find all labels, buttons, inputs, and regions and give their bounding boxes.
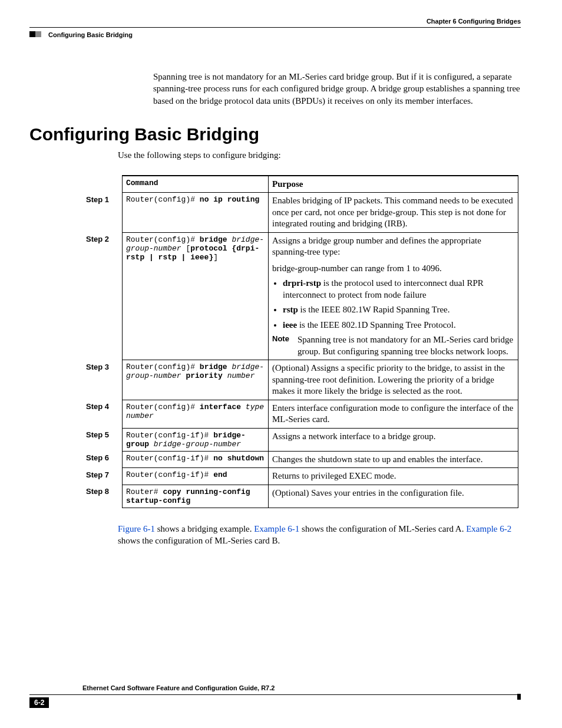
- command-cell: Router(config)# interface type number: [123, 400, 269, 428]
- purpose-cell: Changes the shutdown state to up and ena…: [269, 451, 518, 468]
- step-label: Step 6: [82, 451, 123, 468]
- intro-paragraph: Spanning tree is not mandatory for an ML…: [153, 71, 521, 107]
- step-label: Step 1: [82, 193, 123, 233]
- command-cell: Router(config-if)# end: [123, 468, 269, 485]
- purpose-cell: Returns to privileged EXEC mode.: [269, 468, 518, 485]
- header-ornament: [29, 31, 41, 37]
- header-rule: [29, 27, 521, 28]
- link-example-6-1[interactable]: Example 6-1: [254, 524, 299, 533]
- th-purpose: Purpose: [269, 176, 518, 193]
- table-row: Step 6 Router(config-if)# no shutdown Ch…: [82, 451, 518, 468]
- step-label: Step 4: [82, 400, 123, 428]
- command-cell: Router(config-if)# no shutdown: [123, 451, 269, 468]
- purpose-cell: (Optional) Assigns a specific priority t…: [269, 360, 518, 400]
- table-row: Step 8 Router# copy running-config start…: [82, 485, 518, 508]
- lead-paragraph: Use the following steps to configure bri…: [118, 150, 521, 160]
- command-cell: Router(config)# bridge bridge-group-numb…: [123, 232, 269, 360]
- command-table: Command Purpose Step 1 Router(config)# n…: [82, 175, 518, 508]
- note-text: Spanning tree is not mandatory for an ML…: [297, 334, 514, 357]
- th-command: Command: [123, 176, 269, 193]
- step-label: Step 2: [82, 232, 123, 360]
- table-row: Step 7 Router(config-if)# end Returns to…: [82, 468, 518, 485]
- purpose-cell: Assigns a network interface to a bridge …: [269, 428, 518, 451]
- step-label: Step 8: [82, 485, 123, 508]
- header-chapter: Chapter 6 Configuring Bridges: [427, 18, 521, 25]
- command-cell: Router(config)# bridge bridge-group-numb…: [123, 360, 269, 400]
- purpose-cell: Assigns a bridge group number and define…: [269, 232, 518, 360]
- footer-page-number: 6-2: [29, 697, 49, 708]
- step-label: Step 7: [82, 468, 123, 485]
- purpose-cell: Enables bridging of IP packets. This com…: [269, 193, 518, 233]
- footer-title: Ethernet Card Software Feature and Confi…: [82, 684, 275, 691]
- footer-ornament: [517, 694, 521, 700]
- table-row: Step 3 Router(config)# bridge bridge-gro…: [82, 360, 518, 400]
- command-cell: Router# copy running-config startup-conf…: [123, 485, 269, 508]
- step-label: Step 5: [82, 428, 123, 451]
- table-row: Step 5 Router(config-if)# bridge-group b…: [82, 428, 518, 451]
- command-cell: Router(config-if)# bridge-group bridge-g…: [123, 428, 269, 451]
- th-step: [82, 176, 123, 193]
- after-table-paragraph: Figure 6-1 shows a bridging example. Exa…: [118, 523, 521, 547]
- footer-rule: [29, 694, 521, 695]
- table-row: Step 2 Router(config)# bridge bridge-gro…: [82, 232, 518, 360]
- note-label: Note: [272, 334, 289, 357]
- step-label: Step 3: [82, 360, 123, 400]
- command-cell: Router(config)# no ip routing: [123, 193, 269, 233]
- table-row: Step 4 Router(config)# interface type nu…: [82, 400, 518, 428]
- table-row: Step 1 Router(config)# no ip routing Ena…: [82, 193, 518, 233]
- purpose-cell: (Optional) Saves your entries in the con…: [269, 485, 518, 508]
- link-figure-6-1[interactable]: Figure 6-1: [118, 524, 155, 533]
- link-example-6-2[interactable]: Example 6-2: [466, 524, 511, 533]
- section-heading: Configuring Basic Bridging: [29, 124, 521, 144]
- header-section: Configuring Basic Bridging: [48, 31, 133, 38]
- purpose-cell: Enters interface configuration mode to c…: [269, 400, 518, 428]
